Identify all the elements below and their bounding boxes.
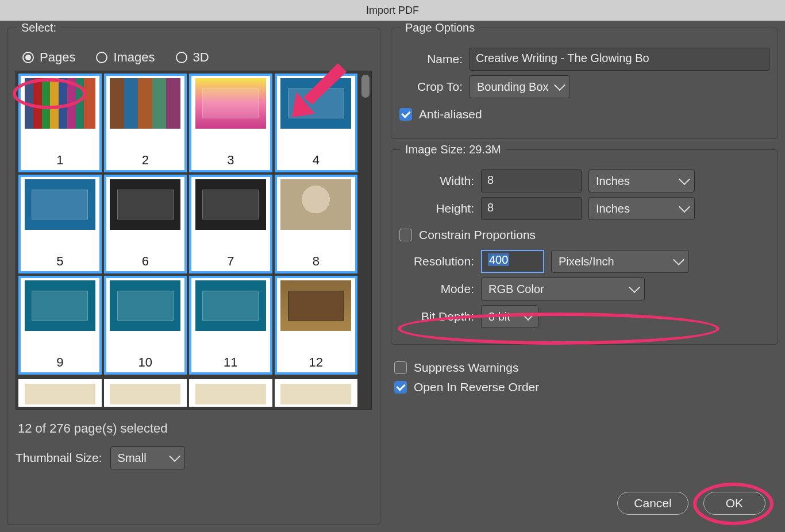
- thumbnail-size-dropdown[interactable]: Small: [110, 446, 185, 469]
- page-thumbnail-8[interactable]: 8: [275, 175, 358, 273]
- scrollbar-thumb[interactable]: [361, 75, 370, 98]
- page-number: 7: [227, 254, 234, 269]
- name-label: Name:: [399, 52, 463, 66]
- bitdepth-value: 8 bit: [488, 310, 510, 323]
- open-reverse-order-checkbox[interactable]: [394, 381, 407, 394]
- annotation-arrow-icon: [280, 57, 349, 126]
- radio-images-label: Images: [113, 50, 155, 65]
- page-number: 8: [313, 254, 320, 269]
- resolution-value: 400: [488, 253, 509, 266]
- image-size-panel: Image Size: 29.3M Width: 8 Inches Height…: [391, 149, 778, 345]
- scrollbar-track[interactable]: [361, 75, 370, 406]
- width-unit-dropdown[interactable]: Inches: [588, 169, 695, 192]
- page-thumbnail-2[interactable]: 2: [104, 74, 187, 172]
- page-options-panel: Page Options Name: Creative Writing - Th…: [391, 28, 778, 139]
- select-legend: Select:: [17, 21, 61, 34]
- page-thumbnail-15[interactable]: [189, 379, 272, 407]
- name-field[interactable]: Creative Writing - The Glowing Bo: [470, 48, 769, 71]
- page-thumbnail-9[interactable]: 9: [18, 276, 102, 375]
- page-number: 12: [309, 355, 323, 370]
- radio-3d[interactable]: 3D: [176, 50, 209, 65]
- thumbnail-size-label: Thumbnail Size:: [16, 451, 102, 465]
- page-thumbnail-5[interactable]: 5: [18, 175, 102, 273]
- radio-dot-icon: [22, 52, 34, 63]
- page-thumbnail-14[interactable]: [104, 379, 187, 407]
- antialiased-checkbox[interactable]: [399, 108, 412, 121]
- page-thumbnail-12[interactable]: 12: [275, 276, 358, 375]
- page-thumbnail-16[interactable]: [275, 379, 358, 407]
- height-field[interactable]: 8: [481, 197, 582, 220]
- crop-to-value: Bounding Box: [477, 80, 549, 94]
- thumbnail-size-value: Small: [118, 452, 147, 465]
- radio-images[interactable]: Images: [96, 50, 155, 65]
- width-unit-value: Inches: [596, 175, 630, 188]
- height-label: Height:: [399, 202, 474, 215]
- constrain-proportions-label: Constrain Proportions: [419, 228, 536, 242]
- ok-button[interactable]: OK: [703, 492, 765, 515]
- page-thumbnail-1[interactable]: 1: [18, 74, 102, 172]
- selection-status: 12 of 276 page(s) selected: [18, 421, 372, 436]
- page-number: 6: [142, 254, 149, 269]
- thumbnail-image: [110, 384, 180, 404]
- radio-pages[interactable]: Pages: [22, 50, 75, 65]
- resolution-unit-dropdown[interactable]: Pixels/Inch: [551, 250, 689, 273]
- thumbnail-image: [25, 384, 95, 404]
- crop-to-label: Crop To:: [399, 80, 463, 94]
- resolution-unit-value: Pixels/Inch: [559, 255, 614, 268]
- page-number: 5: [56, 254, 63, 269]
- radio-dot-icon: [176, 52, 187, 63]
- mode-dropdown[interactable]: RGB Color: [481, 277, 645, 300]
- thumbnail-grid-overflow: [16, 377, 371, 409]
- page-thumbnail-6[interactable]: 6: [104, 175, 187, 273]
- page-number: 1: [56, 153, 63, 168]
- height-unit-value: Inches: [596, 202, 630, 215]
- cancel-button-label: Cancel: [634, 496, 671, 510]
- resolution-label: Resolution:: [399, 255, 474, 268]
- radio-pages-label: Pages: [40, 50, 75, 65]
- thumbnail-image: [25, 78, 95, 129]
- page-number: 4: [313, 153, 320, 168]
- width-value: 8: [487, 174, 494, 186]
- antialiased-label: Anti-aliased: [419, 107, 482, 121]
- thumbnail-image: [110, 280, 180, 331]
- constrain-proportions-checkbox[interactable]: [399, 229, 412, 241]
- ok-button-label: OK: [726, 496, 743, 510]
- page-thumbnail-7[interactable]: 7: [189, 175, 272, 273]
- height-unit-dropdown[interactable]: Inches: [588, 197, 695, 220]
- page-number: 10: [138, 355, 152, 370]
- thumbnail-image: [280, 280, 351, 331]
- page-thumbnail-3[interactable]: 3: [189, 74, 272, 172]
- thumbnail-image: [280, 384, 351, 404]
- thumbnail-image: [195, 78, 266, 129]
- thumbnail-image: [195, 280, 266, 331]
- image-size-legend: Image Size: 29.3M: [401, 143, 506, 156]
- thumbnail-image: [280, 179, 351, 230]
- mode-label: Mode:: [399, 282, 474, 296]
- radio-dot-icon: [96, 52, 107, 63]
- height-value: 8: [487, 201, 494, 214]
- thumbnail-image: [195, 179, 266, 230]
- page-options-legend: Page Options: [401, 21, 479, 34]
- page-thumbnail-11[interactable]: 11: [189, 276, 272, 375]
- mode-value: RGB Color: [488, 283, 544, 296]
- thumbnail-image: [110, 78, 180, 129]
- page-thumbnail-10[interactable]: 10: [104, 276, 187, 375]
- resolution-field[interactable]: 400: [481, 250, 544, 273]
- bitdepth-label: Bit Depth:: [399, 310, 474, 323]
- crop-to-dropdown[interactable]: Bounding Box: [470, 75, 570, 98]
- bitdepth-dropdown[interactable]: 8 bit: [481, 305, 538, 328]
- width-label: Width:: [399, 174, 474, 188]
- cancel-button[interactable]: Cancel: [617, 492, 688, 515]
- window-titlebar: Import PDF: [0, 0, 785, 21]
- thumbnail-image: [25, 179, 95, 230]
- dialog-button-row: Cancel OK: [617, 492, 765, 515]
- width-field[interactable]: 8: [481, 169, 582, 192]
- thumbnail-image: [25, 280, 95, 331]
- open-reverse-order-label: Open In Reverse Order: [414, 380, 539, 394]
- suppress-warnings-label: Suppress Warnings: [414, 361, 518, 375]
- suppress-warnings-checkbox[interactable]: [394, 361, 407, 374]
- page-thumbnail-13[interactable]: [18, 379, 102, 407]
- name-value: Creative Writing - The Glowing Bo: [476, 52, 649, 64]
- page-number: 2: [142, 153, 149, 168]
- radio-3d-label: 3D: [193, 50, 209, 65]
